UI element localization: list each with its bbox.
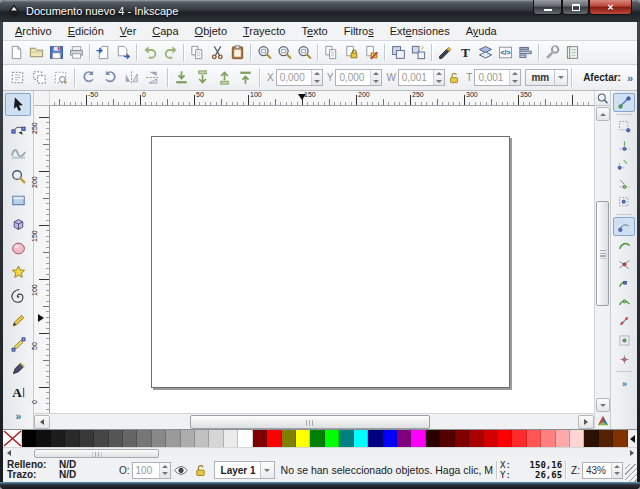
palette-swatch-00ff00[interactable] [325,430,339,447]
cut[interactable] [207,43,227,63]
enable-snapping[interactable] [613,93,635,112]
xml-editor[interactable]: </> [495,43,515,63]
menu-ver[interactable]: Ver [112,23,145,39]
vertical-ruler[interactable]: 250200150100500 [34,106,50,413]
palette-swatch-800000[interactable] [455,430,469,447]
spin-buttons[interactable] [370,70,381,85]
select-all[interactable] [7,67,28,89]
palette-swatch-2b1100[interactable] [584,430,598,447]
spin-buttons[interactable] [611,463,622,478]
horizontal-scrollbar[interactable] [34,413,594,429]
toolbox-overflow[interactable]: » [5,405,31,428]
zoom-corner-button[interactable] [595,91,610,106]
vscroll-track[interactable] [596,122,609,397]
palette-scroll-left-button[interactable] [3,449,14,458]
preferences[interactable] [542,43,562,63]
paste[interactable] [227,43,247,63]
palette-swatch-464646[interactable] [94,430,108,447]
palette-swatch-000000[interactable] [22,430,36,447]
canvas[interactable] [50,106,594,413]
palette-swatch-none[interactable] [3,430,22,447]
document-properties[interactable] [562,43,582,63]
rotate-ccw[interactable] [78,67,99,89]
scroll-right-button[interactable] [578,415,594,429]
snap-bounding-box[interactable] [613,117,635,136]
layer-visibility-toggle[interactable] [171,460,191,480]
w-input[interactable]: 0,001 [398,69,445,86]
palette-scroll-track[interactable] [14,449,626,458]
spin-buttons[interactable] [311,70,322,85]
palette-swatch-0000ff[interactable] [383,430,397,447]
zoom-to-selection[interactable] [254,43,274,63]
palette-swatch-ff00ff[interactable] [411,430,425,447]
palette-swatch-ffffff[interactable] [238,430,252,447]
snap-to-paths[interactable] [613,236,635,255]
chevron-down-icon[interactable] [554,70,567,85]
print-document[interactable] [66,43,86,63]
unit-selector[interactable]: mm [525,69,568,86]
palette-swatch-adadad[interactable] [181,430,195,447]
align-dialog[interactable] [515,43,535,63]
menu-trayecto[interactable]: Trayecto [235,23,293,39]
scroll-down-button[interactable] [596,398,610,412]
palette-swatch-383838[interactable] [80,430,94,447]
redo[interactable] [160,43,180,63]
palette-swatch-d40000[interactable] [484,430,498,447]
scroll-up-button[interactable] [596,107,610,121]
close-button[interactable]: × [589,0,632,15]
lower[interactable] [192,67,213,89]
pencil-tool[interactable] [5,309,31,332]
x-input[interactable]: 0,000 [276,69,323,86]
titlebar[interactable]: Documento nuevo 4 - Inkscape × [0,0,640,22]
text-tool[interactable]: A [5,381,31,404]
snapbar-overflow[interactable]: » [613,374,635,393]
snap-line-midpoints[interactable] [613,312,635,331]
palette-swatch-808000[interactable] [282,430,296,447]
zoom-to-page[interactable] [294,43,314,63]
hscroll-track[interactable] [50,415,578,429]
palette-swatch-800000[interactable] [253,430,267,447]
palette-swatch-00ffff[interactable] [354,430,368,447]
scroll-left-button[interactable] [34,415,50,429]
palette-swatch-008080[interactable] [339,430,353,447]
tweak-tool[interactable] [5,141,31,164]
palette-swatch-aa0000[interactable] [469,430,483,447]
menu-extensiones[interactable]: Extensiones [382,23,458,39]
palette-swatch-656565[interactable] [123,430,137,447]
import-document[interactable] [93,43,113,63]
palette-swatch-ff0000[interactable] [498,430,512,447]
palette-swatch-ffd5d5[interactable] [570,430,584,447]
palette-swatch-800080[interactable] [397,430,411,447]
rotate-cw[interactable] [99,67,120,89]
zoom-tool[interactable] [5,165,31,188]
y-input[interactable]: 0,000 [335,69,382,86]
raise-to-top[interactable] [235,67,256,89]
box3d-tool[interactable] [5,213,31,236]
save-document[interactable] [46,43,66,63]
palette-swatch-ffaaaa[interactable] [556,430,570,447]
rectangle-tool[interactable] [5,189,31,212]
snap-bbox-edge-midpoints[interactable] [613,174,635,193]
lower-to-bottom[interactable] [171,67,192,89]
select-all-layers[interactable] [28,67,49,89]
vertical-scrollbar[interactable] [594,91,610,429]
unlink-clone[interactable] [361,43,381,63]
undo[interactable] [140,43,160,63]
ellipse-tool[interactable] [5,237,31,260]
resize-grip[interactable] [625,464,637,482]
t-input[interactable]: 0,001 [474,69,521,86]
group[interactable] [388,43,408,63]
palette-scrollbar[interactable] [3,447,637,458]
dropdown-button[interactable] [260,462,274,478]
snap-bbox-edges[interactable] [613,136,635,155]
new-document[interactable] [6,43,26,63]
snap-smooth-nodes[interactable] [613,293,635,312]
spin-buttons[interactable] [159,463,170,478]
lock-ratio-toggle[interactable] [445,68,462,88]
color-management-toggle[interactable] [595,413,610,429]
open-document[interactable] [26,43,46,63]
snap-object-centers[interactable] [613,331,635,350]
palette-swatch-0f0f0f[interactable] [36,430,50,447]
horizontal-ruler[interactable]: -50050100150200250300350 [50,91,594,106]
palette-swatch-ffff00[interactable] [296,430,310,447]
